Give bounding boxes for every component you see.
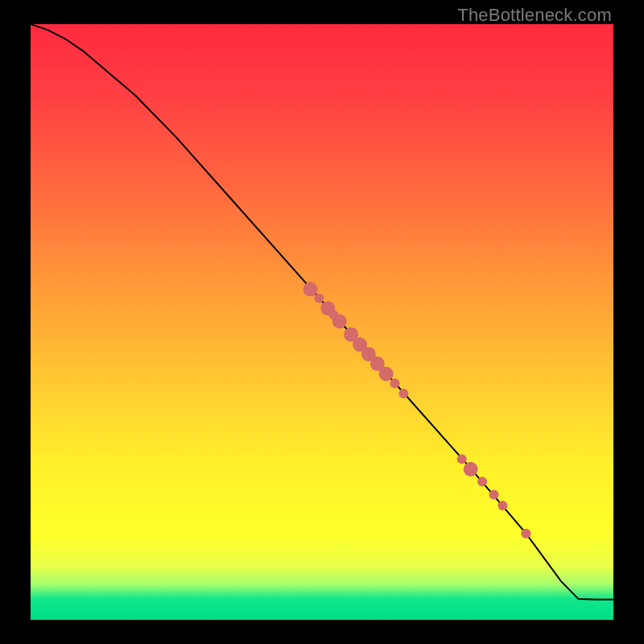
marker-point xyxy=(398,389,408,398)
marker-point xyxy=(379,366,394,381)
marker-point xyxy=(477,477,487,486)
watermark-text: TheBottleneck.com xyxy=(457,5,612,26)
marker-point xyxy=(314,293,324,303)
marker-point xyxy=(497,501,507,510)
chart-frame: TheBottleneck.com xyxy=(0,0,644,644)
marker-point xyxy=(332,314,347,328)
marker-point xyxy=(521,529,530,539)
marker-point xyxy=(489,490,499,500)
chart-overlay xyxy=(31,24,613,620)
marker-point xyxy=(464,462,478,477)
marker-point xyxy=(390,378,400,388)
plot-area xyxy=(31,24,613,620)
marker-point xyxy=(457,454,467,464)
marker-point xyxy=(303,282,318,296)
